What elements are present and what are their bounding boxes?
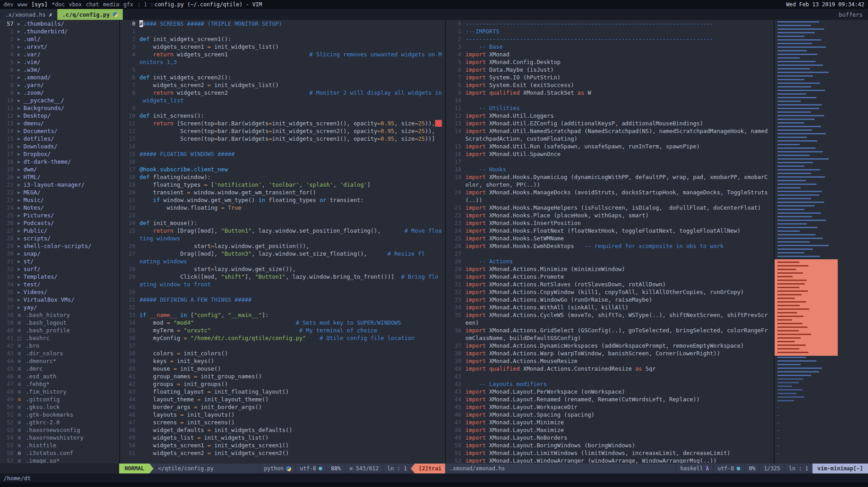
code-line[interactable]: omClassName, buildDefaultGSConfig) — [446, 334, 774, 342]
tree-file-item[interactable]: 56⚙.i3status.conf — [0, 449, 119, 457]
code-line[interactable]: 50import XMonad.Layout.BoringWindows (bo… — [446, 441, 774, 449]
tree-dir-item[interactable]: 35▶Videos/ — [0, 288, 119, 296]
code-line[interactable]: 11 return [Screen(top=bar.Bar(widgets=in… — [120, 119, 445, 127]
code-line[interactable]: 33import XMonad.Actions.WindowGo (runOrR… — [446, 296, 774, 303]
code-line[interactable]: 18def floating(window): — [120, 173, 445, 181]
code-line[interactable]: 28 -- Actions — [446, 257, 774, 265]
code-line[interactable]: 26 start=lazy.window.get_position()), — [120, 242, 445, 250]
tree-dir-item[interactable]: 22▶MEGA/ — [0, 188, 119, 196]
code-line[interactable]: 28 start=lazy.window.get_size()), — [120, 265, 445, 273]
code-line[interactable]: 29import XMonad.Actions.Minimize (minimi… — [446, 265, 774, 273]
code-line[interactable]: 23import XMonad.Hooks.InsertPosition — [446, 219, 774, 227]
code-line[interactable]: 19 floating_types = ['notification', 'to… — [120, 181, 445, 188]
tree-dir-item[interactable]: 23▶Music/ — [0, 196, 119, 204]
workspace-tag[interactable]: vbox — [69, 1, 82, 8]
tree-dir-item[interactable]: 13▶dmenu/ — [0, 119, 119, 127]
code-line[interactable]: 37 — [120, 342, 445, 349]
tree-file-item[interactable]: 44≡.dmenurc* — [0, 357, 119, 365]
code-line[interactable]: 48 widget_defaults = init_widgets_defaul… — [120, 426, 445, 434]
command-line[interactable]: /home/dt — [0, 473, 868, 482]
code-line[interactable]: 49 widgets_list = init_widgets_list() — [120, 434, 445, 441]
code-line[interactable]: 22import XMonad.Hooks.Place (placeHook, … — [446, 211, 774, 219]
code-line[interactable]: 32 — [120, 303, 445, 311]
code-line[interactable]: 17@hook.subscribe.client_new — [120, 165, 445, 173]
tree-file-item[interactable]: 54≡.haxornewshistory — [0, 434, 119, 441]
code-line[interactable]: 39 keys = init_keys() — [120, 357, 445, 365]
tree-file-item[interactable]: 49≡.gitconfig — [0, 395, 119, 403]
tree-dir-item[interactable]: 31▶st/ — [0, 257, 119, 265]
tree-dir-item[interactable]: 19▶dwm/ — [0, 165, 119, 173]
code-line[interactable]: 43 floating_layout = init_floating_layou… — [120, 388, 445, 395]
tree-dir-item[interactable]: 1▶.thunderbird/ — [0, 28, 119, 35]
code-line[interactable]: 2def init_widgets_screen1(): — [120, 35, 445, 43]
code-line[interactable]: 14 — [120, 142, 445, 150]
tree-dir-item[interactable]: 21▶i3-layout-manager/ — [0, 181, 119, 188]
code-line[interactable]: 12 Screen(top=bar.Bar(widgets=init_widge… — [120, 127, 445, 135]
code-line[interactable]: 51 widgets_screen2 = init_widgets_screen… — [120, 449, 445, 457]
tree-dir-item[interactable]: 6▶.w3m/ — [0, 66, 119, 74]
code-line[interactable]: 47import XMonad.Layout.Minimize — [446, 418, 774, 426]
tree-dir-item[interactable]: 3▶.urxvt/ — [0, 43, 119, 51]
tree-file-item[interactable]: 50≡.gksu.lock — [0, 403, 119, 411]
code-line[interactable]: 3 widgets_screen1 = init_widgets_list() — [120, 43, 445, 51]
code-line[interactable]: 23 — [120, 211, 445, 219]
code-line[interactable]: 32import XMonad.Actions.CopyWindow (kill… — [446, 288, 774, 296]
code-line[interactable]: 37import XMonad.Actions.DynamicWorkspace… — [446, 342, 774, 349]
code-line[interactable]: 3 -- Base — [446, 43, 774, 51]
code-line[interactable]: widgets_list — [120, 96, 445, 104]
code-line[interactable]: ting windows — [120, 234, 445, 242]
code-line[interactable]: 30 — [120, 288, 445, 296]
code-line[interactable]: 8 return widgets_screen2 # Monitor 2 wil… — [120, 89, 445, 96]
code-line[interactable]: 6def init_widgets_screen2(): — [120, 74, 445, 81]
code-line[interactable]: 21import XMonad.Hooks.ManageHelpers (isF… — [446, 204, 774, 211]
code-line[interactable]: 13import XMonad.Util.EZConfig (additiona… — [446, 119, 774, 127]
tree-dir-item[interactable]: 17▶Dropbox/ — [0, 150, 119, 158]
tree-dir-item[interactable]: 32▶surf/ — [0, 265, 119, 273]
code-line[interactable]: 27 — [446, 250, 774, 257]
tree-dir-item[interactable]: 25▶Pictures/ — [0, 211, 119, 219]
code-line[interactable]: 5import XMonad.Config.Desktop — [446, 58, 774, 66]
code-line[interactable]: 42 -- Layouts modifiers — [446, 380, 774, 388]
code-line[interactable]: 44import XMonad.Layout.Renamed (renamed,… — [446, 395, 774, 403]
tree-dir-item[interactable]: 12▶Desktop/ — [0, 112, 119, 119]
code-line[interactable]: 46import XMonad.Layout.Spacing (spacing) — [446, 411, 774, 418]
tree-file-item[interactable]: 47≡.fehbg* — [0, 380, 119, 388]
tree-file-item[interactable]: 46≡.esd_auth — [0, 372, 119, 380]
buffer-tab[interactable]: .c/q/config.py — [57, 9, 123, 20]
code-line[interactable]: 22 window.floating = True — [120, 204, 445, 211]
code-line[interactable]: 9import qualified XMonad.StackSet as W — [446, 89, 774, 96]
code-line[interactable]: 41 group_names = init_group_names() — [120, 372, 445, 380]
code-line[interactable]: 15import XMonad.Util.Run (safeSpawn, uns… — [446, 142, 774, 150]
workspace-tag[interactable]: www — [18, 1, 28, 8]
code-line[interactable]: 9 — [120, 104, 445, 112]
code-line[interactable]: 18 -- Hooks — [446, 165, 774, 173]
tree-dir-item[interactable]: 34▶test/ — [0, 280, 119, 288]
code-line[interactable]: ating window to front — [120, 280, 445, 288]
tree-dir-item[interactable]: 5▶.vim/ — [0, 58, 119, 66]
code-line[interactable]: 40import qualified XMonad.Actions.Constr… — [446, 365, 774, 372]
code-line[interactable]: 38import XMonad.Actions.Warp (warpToWind… — [446, 349, 774, 357]
tree-dir-item[interactable]: 10▶__pycache__/ — [0, 96, 119, 104]
tree-dir-item[interactable]: 15▶dotfiles/ — [0, 135, 119, 142]
tree-file-item[interactable]: 45≡.dmrc — [0, 365, 119, 372]
tree-file-item[interactable]: 57≡.image.so* — [0, 457, 119, 464]
tree-file-item[interactable]: 40≡.bash_profile — [0, 326, 119, 334]
tree-file-item[interactable]: 51≡.gtk-bookmarks — [0, 411, 119, 418]
tree-dir-item[interactable]: 11▶Backgrounds/ — [0, 104, 119, 112]
workspace-tag[interactable]: chat — [86, 1, 99, 8]
tree-dir-item[interactable]: 29▶shell-color-scripts/ — [0, 242, 119, 250]
code-line[interactable]: 11 -- Utilities — [446, 104, 774, 112]
code-line[interactable]: 49import XMonad.Layout.NoBorders — [446, 434, 774, 441]
workspace-tag[interactable]: dev — [4, 1, 14, 8]
code-line[interactable]: 21 if window.window.get_wm_type() in flo… — [120, 196, 445, 204]
code-line[interactable]: 20import XMonad.Hooks.ManageDocks (avoid… — [446, 188, 774, 196]
minimap-viewport[interactable] — [775, 259, 838, 356]
tree-dir-item[interactable]: 24▶Notes/ — [0, 204, 119, 211]
code-line[interactable]: 44 layout_theme = init_layout_theme() — [120, 395, 445, 403]
tree-file-item[interactable]: 55≡.histfile — [0, 441, 119, 449]
code-line[interactable]: 35import XMonad.Actions.CycleWS (moveTo,… — [446, 311, 774, 319]
code-line[interactable]: 8import System.Exit (exitSuccess) — [446, 81, 774, 89]
code-line[interactable]: 6import Data.Maybe (isJust) — [446, 66, 774, 74]
xmonad-hs-pane[interactable]: 0---------------------------------------… — [445, 20, 774, 464]
code-line[interactable]: 50 widgets_screen1 = init_widgets_screen… — [120, 441, 445, 449]
